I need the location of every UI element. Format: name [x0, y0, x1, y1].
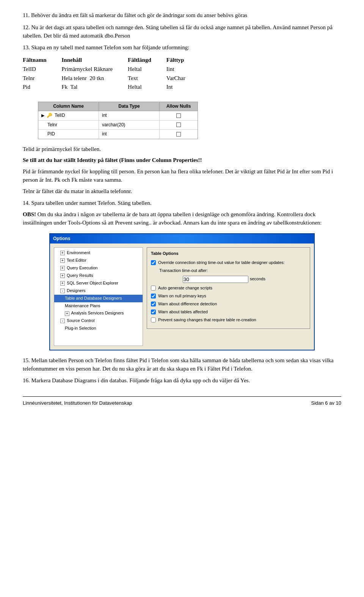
- checkbox-warn-null-pk[interactable]: [151, 294, 156, 298]
- label-warn-tables-affected: Warn about tables affected: [158, 309, 208, 315]
- timeout-label: Transaction time-out after:: [159, 268, 208, 274]
- expand-environment[interactable]: +: [60, 251, 65, 255]
- options-group-title: Table Options: [151, 251, 306, 257]
- option-warn-difference: Warn about difference detection: [151, 301, 306, 307]
- expand-text-editor[interactable]: +: [60, 258, 65, 263]
- cell-varchar: VarChar: [166, 74, 201, 83]
- item-11: 11. Behöver du ändra ett fält så markera…: [23, 11, 341, 20]
- cell-heltal1: Heltal: [128, 65, 166, 74]
- checkbox-warn-tables-affected[interactable]: [151, 309, 156, 314]
- cell-telid: TelID: [23, 65, 62, 74]
- expand-source-control[interactable]: -: [60, 319, 65, 323]
- options-right-panel: Table Options Override connection string…: [147, 247, 310, 346]
- timeout-input-row: seconds: [181, 276, 306, 283]
- checkbox-auto-generate[interactable]: [151, 286, 156, 291]
- checkbox-telid: [176, 113, 181, 118]
- db-cell-type-telnr: varchar(20): [99, 121, 160, 129]
- tree-item-environment[interactable]: + Environment: [54, 249, 143, 257]
- tree-item-table-db-designers[interactable]: Table and Database Designers: [54, 295, 143, 302]
- col-falttyp: Fälttyp: [166, 56, 201, 65]
- col-faltlangd: Fältlängd: [128, 56, 166, 65]
- item-14-body: Spara tabellen under namnet Telefon. Stä…: [31, 200, 152, 206]
- db-cell-type-telid: int: [99, 111, 160, 120]
- timeout-value-input[interactable]: [183, 276, 248, 283]
- pid-name: PID: [47, 131, 55, 137]
- tree-item-sql-object-explorer[interactable]: + SQL Server Object Explorer: [54, 280, 143, 287]
- item-11-body: Behöver du ändra ett fält så markerar du…: [31, 12, 247, 18]
- db-cell-name-telid: ▶ 🔑 TelID: [38, 111, 99, 120]
- expand-query-execution[interactable]: +: [60, 266, 65, 270]
- col-nulls-header: Allow Nulls: [160, 102, 198, 111]
- para-identity-bold: Se till att du har ställt Identity på fä…: [23, 157, 202, 163]
- para-identity: Se till att du har ställt Identity på fä…: [23, 156, 341, 165]
- timeout-row: Transaction time-out after:: [151, 268, 306, 274]
- cell-primarnyckel: Primärnyckel Räknare: [62, 65, 128, 74]
- tree-item-designers[interactable]: - Designers: [54, 287, 143, 295]
- db-cell-nulls-pid: [160, 130, 198, 138]
- cell-text: Text: [128, 74, 166, 83]
- col-innehall: Innehåll: [62, 56, 128, 65]
- options-tree[interactable]: + Environment + Text Editor + Query Exec…: [54, 247, 143, 346]
- checkbox-prevent-saving[interactable]: [151, 317, 156, 322]
- telnr-name: Telnr: [47, 122, 57, 128]
- options-body: + Environment + Text Editor + Query Exec…: [50, 244, 314, 350]
- item-16-text: 16. Markera Database Diagrams i din data…: [23, 377, 341, 385]
- checkbox-override-timeout[interactable]: [151, 260, 156, 265]
- options-title: Options: [53, 236, 70, 242]
- seconds-label: seconds: [250, 276, 265, 282]
- label-prevent-saving: Prevent saving changes that require tabl…: [158, 317, 256, 323]
- checkbox-pid: [176, 132, 181, 137]
- item-15-body: Mellan tabellen Person och Telefon finns…: [23, 357, 334, 372]
- db-cell-nulls-telid: [160, 111, 198, 120]
- item-14-text: 14. Spara tabellen under namnet Telefon.…: [23, 199, 341, 207]
- para-pid-fk: Pid är främmande nyckel för koppling til…: [23, 168, 341, 184]
- cell-telnr: Telnr: [23, 74, 62, 83]
- footer: Linnéuniversitetet, Institutionen för Da…: [23, 396, 341, 407]
- tree-item-plugin-selection[interactable]: Plug-in Selection: [54, 325, 143, 332]
- tree-item-query-results[interactable]: + Query Results: [54, 272, 143, 280]
- item-14-num: 14.: [23, 200, 30, 206]
- item-16-num: 16.: [23, 377, 30, 383]
- db-row-telnr: Telnr varchar(20): [38, 121, 198, 130]
- arrow-icon: ▶: [41, 113, 44, 119]
- tree-item-source-control[interactable]: - Source Control: [54, 317, 143, 325]
- col-type-header: Data Type: [99, 102, 160, 111]
- label-warn-null-pk: Warn on null primary keys: [158, 293, 206, 299]
- item-12: 12. Nu är det dags att spara tabellen oc…: [23, 24, 341, 40]
- options-titlebar: Options: [50, 234, 314, 244]
- cell-pid: Pid: [23, 83, 62, 92]
- item-15-text: 15. Mellan tabellen Person och Telefon f…: [23, 357, 341, 373]
- field-description-table: Fältnamn Innehåll Fältlängd Fälttyp TelI…: [23, 56, 341, 92]
- tree-item-query-execution[interactable]: + Query Execution: [54, 264, 143, 272]
- table-row: Pid Fk Tal Heltal Int: [23, 83, 201, 92]
- expand-designers[interactable]: -: [60, 289, 65, 293]
- tree-item-text-editor[interactable]: + Text Editor: [54, 257, 143, 264]
- item-16: 16. Markera Database Diagrams i din data…: [23, 377, 341, 385]
- cell-iint: Iint: [166, 65, 201, 74]
- item-13-num: 13.: [23, 44, 30, 50]
- db-cell-nulls-telnr: [160, 121, 198, 129]
- checkbox-warn-difference[interactable]: [151, 302, 156, 306]
- col-faltnamn: Fältnamn: [23, 56, 62, 65]
- option-warn-null-pk: Warn on null primary keys: [151, 293, 306, 299]
- label-warn-difference: Warn about difference detection: [158, 301, 217, 307]
- item-11-num: 11.: [23, 12, 30, 18]
- options-dialog: Options + Environment + Text Editor + Qu…: [49, 233, 315, 350]
- db-row-pid: PID int: [38, 130, 198, 138]
- expand-analysis-services[interactable]: +: [65, 311, 69, 316]
- item-14: 14. Spara tabellen under namnet Telefon.…: [23, 199, 341, 350]
- item-16-body: Markera Database Diagrams i din databas.…: [31, 377, 250, 383]
- db-table-visual: Column Name Data Type Allow Nulls ▶ 🔑 Te…: [38, 102, 198, 139]
- tree-item-analysis-services[interactable]: + Analysis Services Designers: [54, 309, 143, 317]
- para-telnr: Telnr är fältet där du matar in aktuella…: [23, 187, 341, 196]
- item-12-text: 12. Nu är det dags att spara tabellen oc…: [23, 24, 341, 40]
- obs-text: Om du ska ändra i någon av tabellerna är…: [23, 211, 322, 226]
- expand-query-results[interactable]: +: [60, 273, 65, 278]
- obs-label: OBS!: [23, 211, 36, 217]
- para-telid-pk: Telid är primärnyckel för tabellen.: [23, 145, 341, 154]
- table-row: Telnr Hela telenr 20 tkn Text VarChar: [23, 74, 201, 83]
- expand-sql-object-explorer[interactable]: +: [60, 281, 65, 286]
- tree-item-maintenance-plans[interactable]: Maintenance Plans: [54, 302, 143, 310]
- db-row-telid: ▶ 🔑 TelID int: [38, 111, 198, 120]
- db-cell-name-telnr: Telnr: [38, 121, 99, 129]
